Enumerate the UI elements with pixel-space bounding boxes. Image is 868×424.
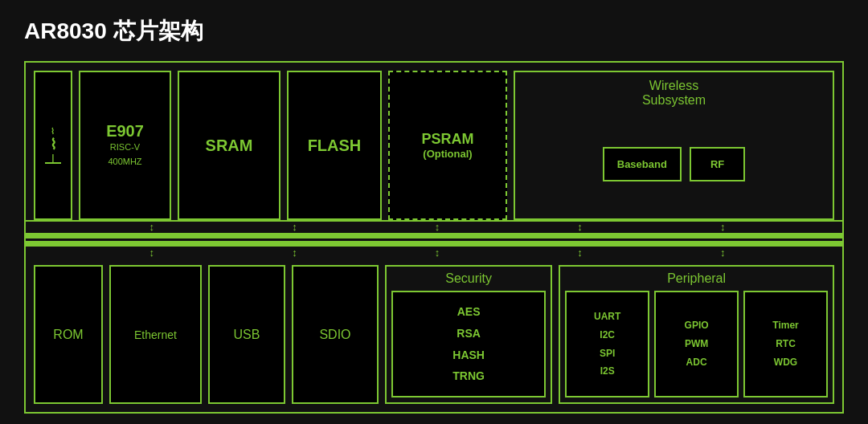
antenna-block: ⌇ ⌇ | (34, 71, 72, 220)
flash-block: FLASH (287, 71, 382, 220)
peripheral-sub-blocks: UART I2C SPI I2S GPIO PWM ADC Timer RTC … (565, 291, 828, 398)
arrow-top-2: ↕ (292, 221, 297, 233)
sram-block: SRAM (178, 71, 280, 220)
arrow-top-3: ↕ (435, 221, 440, 233)
ethernet-block: Ethernet (109, 265, 202, 404)
antenna-icon: ⌇ ⌇ | (45, 127, 61, 164)
arrow-top-5: ↕ (720, 221, 726, 233)
arrow-bot-3: ↕ (435, 247, 440, 259)
psram-optional: (Optional) (423, 148, 472, 160)
arrow-top-4: ↕ (577, 221, 583, 233)
arrow-bot-2: ↕ (292, 247, 297, 259)
peri-uart-block: UART I2C SPI I2S (565, 291, 649, 398)
peripheral-section: Peripheral UART I2C SPI I2S GPIO PWM ADC… (559, 265, 834, 404)
bottom-section: ROM Ethernet USB SDIO Security AES RSA H… (24, 257, 844, 414)
arrow-bot-1: ↕ (149, 247, 155, 259)
e907-block: E907 RISC-V 400MHZ (79, 71, 171, 220)
peri-timer-block: Timer RTC WDG (743, 291, 828, 398)
rom-block: ROM (34, 265, 103, 404)
usb-block: USB (208, 265, 285, 404)
security-inner: AES RSA HASH TRNG (391, 291, 546, 398)
psram-block: PSRAM (Optional) (388, 71, 507, 220)
rf-block: RF (690, 147, 745, 181)
security-section: Security AES RSA HASH TRNG (385, 265, 552, 404)
security-title: Security (445, 271, 492, 286)
psram-label: PSRAM (421, 131, 473, 148)
wireless-title: Wireless Subsystem (642, 79, 706, 108)
peri-gpio-block: GPIO PWM ADC (654, 291, 739, 398)
peripheral-title: Peripheral (667, 271, 726, 286)
arrow-bot-4: ↕ (577, 247, 583, 259)
e907-title: E907 (106, 122, 144, 141)
bus-section: ↕ ↕ ↕ ↕ ↕ ↕ ↕ ↕ ↕ ↕ (24, 222, 844, 257)
wireless-sub-blocks: Baseband RF (520, 116, 828, 212)
arrow-top-1: ↕ (149, 221, 155, 233)
wireless-block: Wireless Subsystem Baseband RF (514, 71, 834, 220)
arrow-bot-5: ↕ (720, 247, 726, 259)
chip-diagram: ⌇ ⌇ | E907 RISC-V 400MHZ SRAM FLASH PSRA… (24, 61, 844, 414)
top-section: ⌇ ⌇ | E907 RISC-V 400MHZ SRAM FLASH PSRA… (24, 61, 844, 222)
page-title: AR8030 芯片架构 (24, 16, 844, 47)
baseband-block: Baseband (603, 147, 682, 181)
e907-subtitle: RISC-V 400MHZ (108, 141, 141, 169)
sdio-block: SDIO (292, 265, 379, 404)
